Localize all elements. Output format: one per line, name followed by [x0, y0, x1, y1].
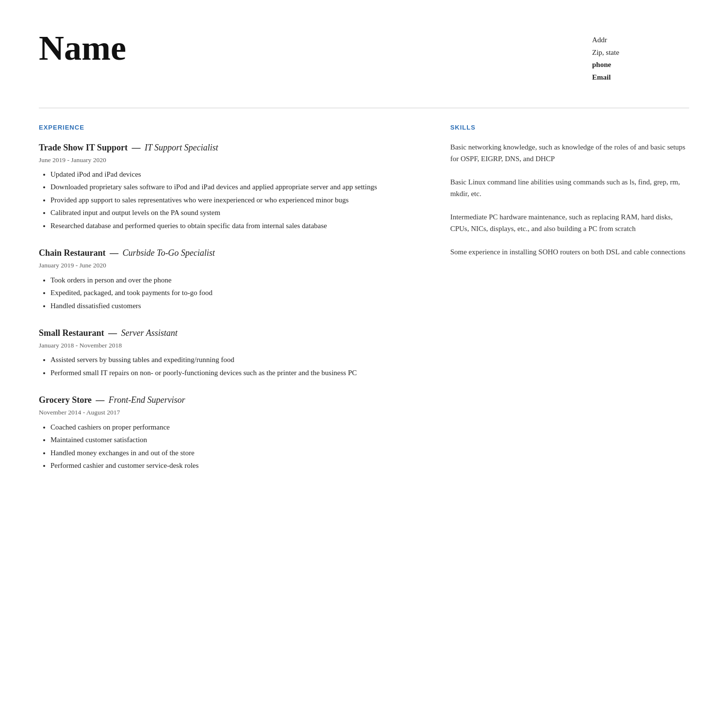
job-4: Grocery Store — Front-End Supervisor Nov… [39, 394, 421, 471]
job-4-dates: November 2014 - August 2017 [39, 408, 421, 417]
job-4-title: Grocery Store — Front-End Supervisor [39, 394, 421, 407]
job-2: Chain Restaurant — Curbside To-Go Specia… [39, 247, 421, 311]
candidate-name: Name [39, 29, 126, 67]
zip-state-line: Zip, state [592, 47, 689, 59]
job-1-dates: June 2019 - January 2020 [39, 155, 421, 165]
job-3-company: Small Restaurant [39, 328, 104, 338]
job-3-title: Small Restaurant — Server Assistant [39, 327, 421, 340]
job-4-dash: — [96, 395, 107, 405]
list-item: Handled money exchanges in and out of th… [50, 447, 421, 459]
job-1-title: Trade Show IT Support — IT Support Speci… [39, 141, 421, 154]
skill-3: Intermediate PC hardware maintenance, su… [450, 211, 689, 234]
job-4-company: Grocery Store [39, 395, 92, 405]
list-item: Assisted servers by bussing tables and e… [50, 354, 421, 365]
list-item: Expedited, packaged, and took payments f… [50, 287, 421, 298]
job-1-company: Trade Show IT Support [39, 143, 128, 152]
job-4-bullets: Coached cashiers on proper performance M… [50, 422, 421, 471]
job-2-bullets: Took orders in person and over the phone… [50, 275, 421, 312]
job-1: Trade Show IT Support — IT Support Speci… [39, 141, 421, 232]
job-2-title: Chain Restaurant — Curbside To-Go Specia… [39, 247, 421, 260]
job-1-bullets: Updated iPod and iPad devices Downloaded… [50, 169, 421, 232]
job-3-bullets: Assisted servers by bussing tables and e… [50, 354, 421, 378]
list-item: Took orders in person and over the phone [50, 275, 421, 286]
job-3-dates: January 2018 - November 2018 [39, 341, 421, 350]
header-divider [39, 108, 689, 108]
list-item: Researched database and performed querie… [50, 220, 421, 232]
list-item: Performed small IT repairs on non- or po… [50, 367, 421, 379]
list-item: Updated iPod and iPad devices [50, 169, 421, 180]
job-2-company: Chain Restaurant [39, 248, 106, 258]
contact-info: Addr Zip, state phone Email [592, 29, 689, 83]
list-item: Calibrated input and output levels on th… [50, 207, 421, 218]
job-3-dash: — [108, 328, 119, 338]
skill-1: Basic networking knowledge, such as know… [450, 141, 689, 165]
skills-section-title: SKILLS [450, 123, 689, 132]
job-1-dash: — [132, 143, 143, 152]
job-2-role: Curbside To-Go Specialist [123, 248, 215, 258]
job-2-dash: — [110, 248, 121, 258]
list-item: Coached cashiers on proper performance [50, 422, 421, 433]
resume-page: Name Addr Zip, state phone Email EXPERIE… [0, 0, 728, 728]
job-3-role: Server Assistant [121, 328, 178, 338]
list-item: Handled dissatisfied customers [50, 300, 421, 312]
list-item: Maintained customer satisfaction [50, 434, 421, 446]
phone-line: phone [592, 59, 689, 71]
list-item: Downloaded proprietary sales software to… [50, 182, 421, 193]
resume-header: Name Addr Zip, state phone Email [39, 29, 689, 83]
experience-section-title: EXPERIENCE [39, 123, 421, 132]
job-4-role: Front-End Supervisor [109, 395, 185, 405]
list-item: Performed cashier and customer service-d… [50, 460, 421, 471]
email-line: Email [592, 71, 689, 84]
skill-2: Basic Linux command line abilities using… [450, 176, 689, 199]
skill-4: Some experience in installing SOHO route… [450, 246, 689, 258]
address-line: Addr [592, 34, 689, 47]
job-3: Small Restaurant — Server Assistant Janu… [39, 327, 421, 378]
main-content: EXPERIENCE Trade Show IT Support — IT Su… [39, 123, 689, 487]
job-2-dates: January 2019 - June 2020 [39, 261, 421, 270]
experience-column: EXPERIENCE Trade Show IT Support — IT Su… [39, 123, 421, 487]
list-item: Provided app support to sales representa… [50, 195, 421, 206]
skills-column: SKILLS Basic networking knowledge, such … [450, 123, 689, 487]
job-1-role: IT Support Specialist [145, 143, 218, 152]
